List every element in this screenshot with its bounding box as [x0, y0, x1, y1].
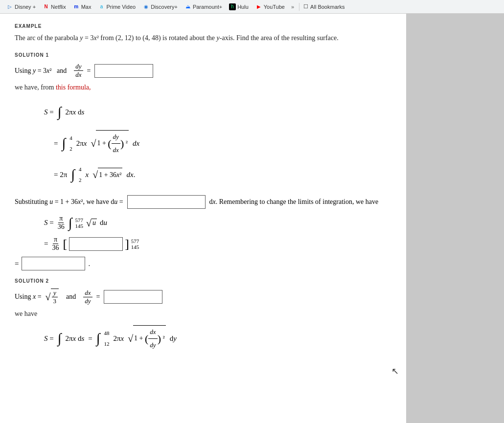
sqrt-symbol-2: √ — [91, 138, 96, 148]
formula-link[interactable]: this formula, — [56, 84, 91, 91]
checkbox-icon: ☐ — [303, 3, 308, 10]
sqrt-y3-symbol: √ — [46, 292, 51, 302]
integral-symbol-final1: ∫ — [58, 325, 62, 352]
math-row-2: = ∫ 4 2 2πx √ 1 + ( dy — [54, 130, 391, 157]
s-eq-final-label: S = — [44, 331, 54, 346]
dx-end-3: dx. — [126, 167, 135, 182]
sqrt-wrapper-3: √ 1 + 36x² — [92, 168, 122, 182]
s-pi-line: S = π 36 ∫ 577 145 √ u du — [44, 215, 391, 231]
eval-limits: 577 145 — [131, 238, 139, 250]
two-pi-x-2: 2πx — [76, 136, 87, 151]
lower-limit-4: 145 — [75, 223, 83, 229]
substituting-text: Substituting u = 1 + 36x², we have du = — [15, 198, 123, 206]
dx-dy-frac-final: dx dy — [148, 326, 157, 352]
y3-den: 3 — [52, 297, 58, 305]
page-layout: EXAMPLE The arc of the parabola y = 3x² … — [0, 14, 504, 423]
solution1-label: SOLUTION 1 — [15, 52, 391, 58]
dy-n: dy — [112, 131, 120, 144]
bookmark-label: Discovery+ — [151, 4, 178, 10]
sqrt-content-final: 1 + ( dx dy ) ² — [133, 325, 166, 352]
using-x-text: Using x = — [15, 293, 42, 301]
bookmark-discovery[interactable]: ◉ Discovery+ — [140, 2, 180, 11]
pi-denominator-2: 36 — [51, 244, 60, 252]
bookmark-paramount[interactable]: ⛰ Paramount+ — [182, 2, 225, 11]
s-result-line: = . — [15, 257, 391, 270]
two-pi-x-ds-final: 2πx ds — [65, 331, 84, 346]
lower-limit-final: 12 — [104, 338, 109, 349]
paren-group: ( dy dx ) — [108, 131, 124, 156]
dx-denominator: dx — [74, 71, 83, 79]
bookmark-label: Paramount+ — [193, 4, 222, 10]
lower-limit-2: 2 — [69, 143, 72, 154]
dx-dy-den: dy — [83, 297, 92, 305]
integral-symbol-final2: ∫ — [96, 325, 100, 352]
paramount-icon: ⛰ — [184, 3, 191, 10]
integral-limits-2: 4 2 — [69, 133, 72, 154]
bookmark-label: Prime Video — [106, 4, 136, 10]
bookmark-prime[interactable]: a Prime Video — [95, 2, 138, 11]
result-dot: . — [88, 260, 90, 268]
final-math-row: S = ∫ 2πx ds = ∫ 48 12 2πx √ 1 + ( — [44, 325, 391, 352]
hulu-icon: h — [229, 3, 236, 10]
bookmark-max[interactable]: m Max — [70, 2, 94, 11]
problem-text: The arc of the parabola y = 3x² from (2,… — [15, 33, 391, 44]
du-input[interactable] — [127, 195, 206, 209]
bookmark-label: Disney + — [15, 4, 36, 10]
dy-dx-frac-inner: dy dx — [112, 131, 120, 156]
bookmark-disney[interactable]: ▷ Disney + — [4, 2, 38, 11]
dx-dy-input[interactable] — [104, 290, 162, 304]
equals-sign: = — [87, 67, 91, 75]
max-icon: m — [73, 3, 80, 10]
result-input[interactable] — [22, 257, 85, 270]
bookmark-label: Hulu — [237, 4, 249, 10]
dy-final-label: dy — [170, 331, 177, 346]
sqrt-y3-content: y 3 — [51, 289, 59, 305]
open-bracket: [ — [63, 238, 67, 250]
x-label-3: x — [85, 167, 89, 182]
math-row-1: S = ∫ 2πx ds — [44, 98, 391, 126]
eq-final-equals: = — [88, 331, 92, 346]
more-bookmarks-button[interactable]: » — [289, 3, 296, 11]
dx-dy-inner: dx dy — [148, 326, 157, 352]
sqrt-y3-wrapper: √ y 3 — [46, 289, 59, 305]
solution1-intro-text: Using y = 3x² and — [15, 67, 70, 75]
s-eq-label: S = — [44, 105, 54, 119]
dx-end-2: dx — [133, 136, 139, 151]
solution2-equation-line: Using x = √ y 3 and dx dy = — [15, 289, 391, 305]
pi-denominator: 36 — [57, 223, 66, 231]
sqrt-wrapper-2: √ 1 + ( dy dx ) — [91, 130, 129, 156]
example-label: EXAMPLE — [15, 23, 391, 29]
sqrt-u-wrapper: √ u — [86, 218, 97, 228]
bookmark-netflix[interactable]: N Netflix — [40, 2, 69, 11]
integral-limits-final: 48 12 — [104, 328, 109, 349]
lower-limit-3: 2 — [79, 175, 82, 185]
upper-limit-2: 4 — [69, 133, 72, 143]
bookmark-label: Max — [81, 4, 92, 10]
sqrt-symbol-final: √ — [128, 334, 133, 343]
dy-dx-input[interactable] — [94, 64, 153, 78]
s-eq-2: S = — [44, 219, 54, 227]
integral-symbol-4: ∫ — [69, 215, 72, 231]
close-bracket: ] — [125, 238, 129, 250]
sqrt-symbol-u: √ — [86, 218, 92, 228]
bracket-content-input[interactable] — [69, 237, 123, 251]
pi-numerator: π — [58, 215, 64, 223]
y3-fraction: y 3 — [52, 289, 58, 305]
dx-dy-num: dx — [83, 289, 92, 297]
bracket-expression: [ ] 577 145 — [63, 237, 139, 251]
dx-reminder-text: dx. Remembering to change the limits of … — [209, 198, 379, 206]
eval-lower: 145 — [131, 244, 139, 250]
bookmark-hulu[interactable]: h Hulu — [227, 2, 251, 11]
bookmark-label: Netflix — [51, 4, 66, 10]
main-content: EXAMPLE The arc of the parabola y = 3x² … — [0, 14, 406, 423]
integral-symbol-3: ∫ — [71, 161, 75, 188]
eval-upper: 577 — [131, 238, 139, 244]
cursor-arrow: ↖ — [391, 366, 399, 377]
bookmark-youtube[interactable]: ▶ YouTube — [253, 2, 287, 11]
substituting-line: Substituting u = 1 + 36x², we have du = … — [15, 195, 391, 209]
browser-toolbar: ▷ Disney + N Netflix m Max a Prime Video… — [0, 0, 504, 14]
all-bookmarks-button[interactable]: ☐ All Bookmarks — [303, 3, 344, 10]
math-row-3: = 2π ∫ 4 2 x √ 1 + 36x² dx. — [54, 161, 391, 188]
sqrt-content-2: 1 + ( dy dx ) ² — [96, 130, 129, 156]
equals-2: = — [96, 293, 100, 301]
